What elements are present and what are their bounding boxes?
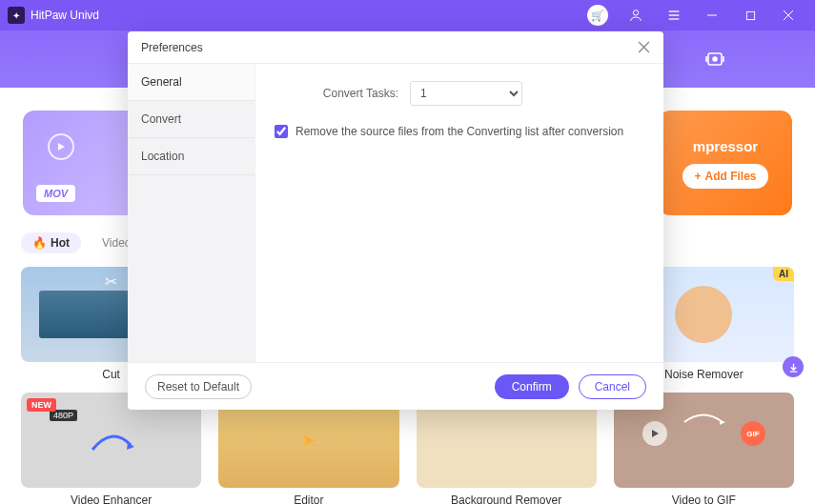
add-files-button[interactable]: + Add Files — [683, 164, 767, 189]
app-logo-icon: ✦ — [8, 7, 25, 24]
sidebar-item-general[interactable]: General — [128, 64, 255, 101]
maximize-icon — [745, 10, 756, 21]
svg-rect-5 — [746, 11, 754, 19]
badge-480p: 480P — [50, 410, 77, 421]
menu-icon — [666, 8, 682, 23]
download-icon — [788, 362, 799, 373]
minimize-button[interactable] — [693, 1, 731, 30]
filter-hot[interactable]: 🔥 Hot — [21, 232, 81, 253]
modal-header: Preferences — [128, 31, 663, 64]
app-title: HitPaw Univd — [31, 9, 579, 22]
svg-marker-14 — [652, 430, 659, 437]
tab-record[interactable] — [688, 40, 742, 78]
filter-video-label: Video — [102, 236, 131, 250]
play-circle-icon — [48, 133, 74, 160]
download-button[interactable] — [783, 356, 804, 377]
modal-title: Preferences — [141, 41, 638, 54]
cart-icon: 🛒 — [587, 5, 608, 26]
fire-icon: 🔥 — [32, 236, 47, 250]
compressor-card: mpressor + Add Files — [659, 111, 792, 215]
close-button[interactable] — [769, 1, 807, 30]
tool-gif-label: Video to GIF — [614, 494, 794, 504]
filter-hot-label: Hot — [51, 236, 70, 250]
reset-button[interactable]: Reset to Default — [145, 374, 252, 399]
remove-source-label: Remove the source files from the Convert… — [295, 125, 623, 138]
play-icon — [642, 421, 667, 446]
plus-icon: + — [694, 170, 701, 183]
cart-button[interactable]: 🛒 — [579, 1, 617, 30]
modal-main: Convert Tasks: 1 Remove the source files… — [255, 64, 663, 362]
confirm-button[interactable]: Confirm — [495, 374, 569, 399]
titlebar: ✦ HitPaw Univd 🛒 — [0, 0, 815, 30]
account-button[interactable] — [617, 1, 655, 30]
menu-button[interactable] — [655, 1, 693, 30]
svg-marker-15 — [720, 420, 725, 425]
svg-marker-12 — [58, 143, 65, 151]
gif-badge-icon: GIF — [741, 421, 765, 446]
user-icon — [628, 8, 643, 23]
compressor-title: mpressor — [693, 138, 758, 154]
cursor-icon: ➤ — [301, 430, 316, 451]
add-files-label: Add Files — [705, 170, 757, 183]
sidebar-item-location[interactable]: Location — [128, 138, 255, 175]
tool-bg-label: Background Remover — [417, 494, 597, 504]
close-icon — [783, 10, 794, 21]
modal-sidebar: General Convert Location — [128, 64, 255, 362]
minimize-icon — [706, 10, 718, 21]
modal-close-button[interactable] — [638, 41, 650, 53]
svg-point-11 — [713, 57, 717, 61]
remove-source-checkbox[interactable] — [275, 125, 288, 138]
convert-tasks-label: Convert Tasks: — [275, 87, 398, 100]
preferences-modal: Preferences General Convert Location Con… — [128, 31, 663, 410]
svg-point-0 — [633, 10, 638, 15]
cancel-button[interactable]: Cancel — [579, 374, 646, 399]
close-icon — [638, 41, 650, 53]
sidebar-item-convert[interactable]: Convert — [128, 101, 255, 138]
format-badge: MOV — [36, 185, 75, 202]
scissor-icon: ✂ — [105, 272, 117, 291]
tool-enhancer-label: Video Enhancer — [21, 494, 201, 504]
maximize-button[interactable] — [731, 1, 769, 30]
tool-editor-label: Editor — [218, 494, 398, 504]
convert-tasks-select[interactable]: 1 — [410, 81, 522, 106]
modal-footer: Reset to Default Confirm Cancel — [128, 362, 663, 410]
record-icon — [703, 48, 726, 71]
filter-row: 🔥 Hot Video — [21, 232, 142, 253]
